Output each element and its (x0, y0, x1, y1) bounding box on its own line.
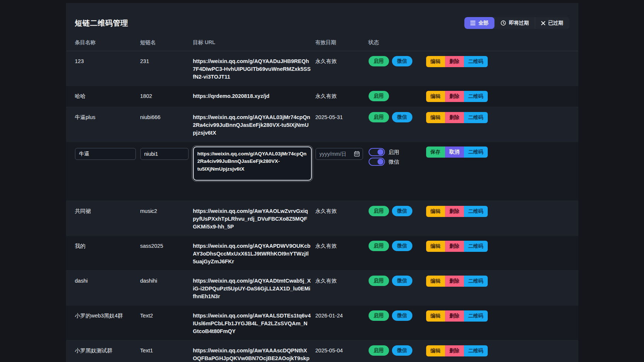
edit-button[interactable]: 编辑 (426, 56, 445, 67)
status-badge-enabled: 启用 (369, 345, 389, 356)
row-name: 我的 (75, 241, 140, 250)
row-date: 2025-05-04 (316, 345, 369, 355)
row-actions: 编辑 删除 二维码 (426, 276, 569, 287)
toggle-track[interactable] (369, 158, 385, 166)
filter-group: 全部 即将过期 已过期 (464, 17, 569, 29)
edit-toggles: 启用 微信 (369, 147, 426, 166)
row-date: 永久有效 (316, 241, 369, 250)
delete-button[interactable]: 删除 (445, 112, 464, 123)
qrcode-button[interactable]: 二维码 (464, 345, 488, 356)
row-actions: 编辑 删除 二维码 (426, 241, 569, 252)
save-button[interactable]: 保存 (426, 147, 445, 158)
edit-name-input[interactable] (75, 148, 136, 160)
list-icon (470, 21, 475, 25)
column-header-url: 目标 URL (193, 39, 316, 46)
table-row: 小罗黑奴测试群 Text1 https://weixin.qq.com/g/Aw… (66, 340, 578, 362)
row-name: dashi (75, 276, 140, 285)
edit-button[interactable]: 编辑 (426, 345, 445, 356)
toggle-knob (377, 149, 383, 155)
clock-icon (501, 20, 506, 26)
filter-all-button[interactable]: 全部 (464, 17, 494, 29)
cancel-button[interactable]: 取消 (445, 147, 464, 158)
filter-expiring-button[interactable]: 即将过期 (494, 17, 535, 29)
row-slug: niubi666 (140, 112, 193, 121)
row-date: 永久有效 (316, 56, 369, 65)
qrcode-button[interactable]: 二维码 (464, 310, 488, 322)
qrcode-button[interactable]: 二维码 (464, 147, 488, 158)
edit-button[interactable]: 编辑 (426, 91, 445, 102)
delete-button[interactable]: 删除 (445, 276, 464, 287)
qrcode-button[interactable]: 二维码 (464, 276, 488, 287)
status-badge-enabled: 启用 (369, 56, 389, 66)
toggle-track[interactable] (369, 148, 385, 156)
row-status: 启用微信 (369, 276, 426, 286)
edit-button[interactable]: 编辑 (426, 112, 445, 123)
table-row: 123 231 https://weixin.qq.com/g/AQYAADuJ… (66, 51, 578, 86)
row-date: 2025-05-31 (316, 112, 369, 121)
row-name: 哈哈 (75, 91, 140, 100)
edit-button[interactable]: 编辑 (426, 206, 445, 217)
row-slug: Text1 (140, 345, 193, 355)
toggle-label: 启用 (389, 148, 399, 156)
row-status: 启用微信 (369, 310, 426, 321)
status-toggle[interactable]: 微信 (369, 158, 426, 166)
qrcode-button[interactable]: 二维码 (464, 112, 488, 123)
table-row: dashi dashihi https://weixin.qq.com/g/AQ… (66, 270, 578, 305)
filter-expired-button[interactable]: 已过期 (535, 17, 569, 29)
status-toggle[interactable]: 启用 (369, 148, 426, 156)
status-badge-wechat: 微信 (392, 206, 412, 216)
row-url: https://weixin.qq.com/g/AwYAAOLwZvrvGxiq… (193, 206, 316, 231)
status-badge-enabled: 启用 (369, 91, 389, 101)
column-header-slug: 短链名 (140, 39, 193, 46)
table-row: 小罗的web3黑奴4群 Text2 https://weixin.qq.com/… (66, 305, 578, 340)
qrcode-button[interactable]: 二维码 (464, 56, 488, 67)
status-badge-wechat: 微信 (392, 310, 412, 321)
column-header-name: 条目名称 (75, 39, 140, 46)
table-header: 条目名称 短链名 目标 URL 有效日期 状态 (66, 34, 578, 51)
row-status: 启用微信 (369, 56, 426, 66)
qrcode-button[interactable]: 二维码 (464, 206, 488, 217)
page-header: 短链二维码管理 全部 即将过期 已过期 (66, 3, 578, 34)
row-actions: 编辑 删除 二维码 (426, 206, 569, 217)
status-badge-wechat: 微信 (392, 241, 412, 251)
edit-button[interactable]: 编辑 (426, 310, 445, 322)
row-slug: dashihi (140, 276, 193, 285)
delete-button[interactable]: 删除 (445, 241, 464, 252)
qrcode-button[interactable]: 二维码 (464, 241, 488, 252)
edit-date-input[interactable] (316, 148, 363, 160)
row-url: https://qrdemo.2020818.xyz/jd (193, 91, 316, 100)
row-name: 123 (75, 56, 140, 65)
edit-button[interactable]: 编辑 (426, 276, 445, 287)
delete-button[interactable]: 删除 (445, 56, 464, 67)
edit-slug-input[interactable] (140, 148, 189, 160)
row-date: 永久有效 (316, 206, 369, 215)
row-slug: 1802 (140, 91, 193, 100)
edit-date-field (316, 148, 363, 160)
table-row: 牛逼plus niubi666 https://weixin.qq.com/g/… (66, 107, 578, 142)
row-slug: sass2025 (140, 241, 193, 250)
delete-button[interactable]: 删除 (445, 310, 464, 322)
status-badge-enabled: 启用 (369, 276, 389, 286)
row-date: 永久有效 (316, 91, 369, 100)
edit-button[interactable]: 编辑 (426, 241, 445, 252)
qrcode-button[interactable]: 二维码 (464, 91, 488, 102)
row-date: 2026-01-24 (316, 310, 369, 320)
status-badge-enabled: 启用 (369, 112, 389, 122)
edit-url-textarea[interactable] (193, 147, 312, 181)
row-status: 启用微信 (369, 206, 426, 216)
table-row: 哈哈 1802 https://qrdemo.2020818.xyz/jd 永久… (66, 86, 578, 107)
row-status: 启用微信 (369, 112, 426, 122)
delete-button[interactable]: 删除 (445, 345, 464, 356)
row-url: https://weixin.qq.com/g/AQYAAPDWV9OUKcbA… (193, 241, 316, 266)
delete-button[interactable]: 删除 (445, 91, 464, 102)
status-badge-wechat: 微信 (392, 276, 412, 286)
row-url: https://weixin.qq.com/g/AQYAAL03jMr74cpQ… (193, 112, 316, 137)
row-status: 启用微信 (369, 345, 426, 356)
toggle-label: 微信 (389, 158, 399, 166)
column-header-status: 状态 (369, 39, 426, 46)
table-row-editing: 启用 微信 保存 取消 二维码 (66, 142, 578, 201)
content-panel: 短链二维码管理 全部 即将过期 已过期 (66, 3, 578, 362)
table-row: 共同裙 music2 https://weixin.qq.com/g/AwYAA… (66, 201, 578, 236)
delete-button[interactable]: 删除 (445, 206, 464, 217)
row-actions: 编辑 删除 二维码 (426, 112, 569, 123)
